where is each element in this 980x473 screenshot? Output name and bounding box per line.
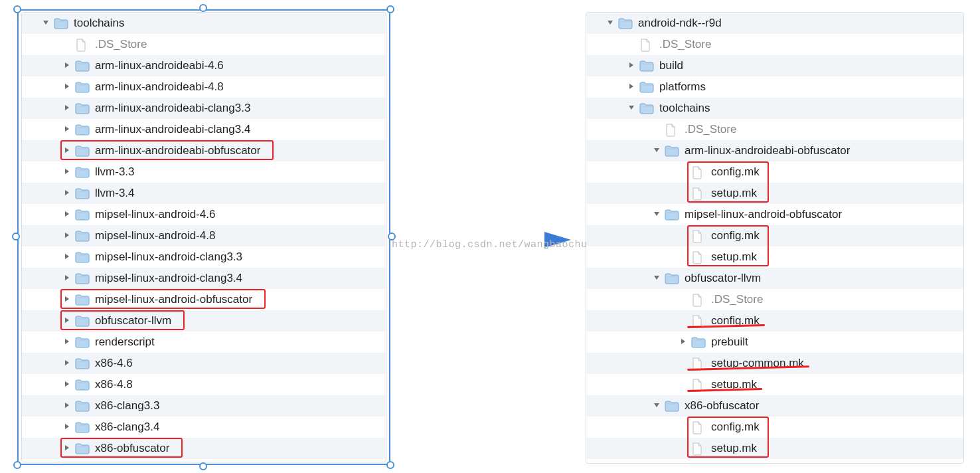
tree-folder[interactable]: toolchains <box>22 13 386 34</box>
tree-file[interactable]: config.mk <box>586 310 963 331</box>
svg-marker-7 <box>65 190 69 195</box>
tree-folder[interactable]: android-ndk--r9d <box>586 13 963 34</box>
tree-folder[interactable]: mipsel-linux-android-4.8 <box>22 225 386 246</box>
tree-folder[interactable]: llvm-3.4 <box>22 183 386 204</box>
tree-file[interactable]: setup.mk <box>586 246 963 268</box>
disclosure-triangle-icon[interactable] <box>63 104 72 113</box>
disclosure-triangle-icon[interactable] <box>63 380 72 389</box>
folder-icon <box>665 209 679 221</box>
tree-folder[interactable]: x86-clang3.3 <box>22 395 386 417</box>
tree-folder[interactable]: x86-obfuscator <box>586 395 963 417</box>
folder-icon <box>75 272 90 284</box>
disclosure-triangle-icon[interactable] <box>606 19 615 28</box>
tree-file[interactable]: setup.mk <box>586 438 963 459</box>
file-icon <box>691 294 706 306</box>
selection-handle[interactable] <box>386 461 394 469</box>
selection-handle[interactable] <box>386 5 394 13</box>
disclosure-triangle-icon[interactable] <box>63 423 72 432</box>
tree-folder[interactable]: x86-4.8 <box>22 374 386 395</box>
disclosure-triangle-icon[interactable] <box>627 61 637 70</box>
disclosure-triangle-icon[interactable] <box>627 104 637 113</box>
tree-folder[interactable]: mipsel-linux-android-obfuscator <box>586 204 963 225</box>
selection-handle[interactable] <box>199 4 207 12</box>
disclosure-triangle-icon[interactable] <box>63 274 72 283</box>
tree-folder[interactable]: obfuscator-llvm <box>586 268 963 289</box>
tree-file[interactable]: .DS_Store <box>586 289 963 310</box>
svg-marker-16 <box>65 381 69 387</box>
svg-marker-23 <box>629 106 634 110</box>
selection-handle[interactable] <box>388 233 396 240</box>
disclosure-triangle-icon[interactable] <box>627 82 637 92</box>
disclosure-triangle-icon[interactable] <box>63 444 72 453</box>
tree-file[interactable]: config.mk <box>586 161 963 183</box>
tree-file[interactable]: .DS_Store <box>22 34 386 55</box>
disclosure-triangle-icon[interactable] <box>63 316 72 326</box>
svg-marker-11 <box>65 275 69 280</box>
svg-marker-19 <box>65 445 69 450</box>
selection-handle[interactable] <box>199 462 207 470</box>
folder-icon <box>75 421 90 433</box>
disclosure-triangle-icon[interactable] <box>653 274 662 283</box>
disclosure-triangle-icon[interactable] <box>63 189 72 198</box>
tree-folder[interactable]: renderscript <box>22 331 386 353</box>
disclosure-triangle-icon[interactable] <box>653 146 662 155</box>
svg-marker-1 <box>65 62 69 68</box>
tree-file[interactable]: setup.mk <box>586 374 963 395</box>
tree-folder[interactable]: arm-linux-androideabi-4.6 <box>22 55 386 76</box>
disclosure-triangle-icon[interactable] <box>63 210 72 219</box>
tree-folder[interactable]: obfuscator-llvm <box>22 310 386 331</box>
disclosure-triangle-icon[interactable] <box>653 210 662 219</box>
tree-folder[interactable]: build <box>586 55 963 76</box>
tree-file[interactable]: config.mk <box>586 225 963 246</box>
tree-folder[interactable]: arm-linux-androideabi-clang3.4 <box>22 119 386 140</box>
tree-item-label: prebuilt <box>711 335 748 349</box>
disclosure-triangle-icon[interactable] <box>63 146 72 155</box>
disclosure-triangle-icon[interactable] <box>63 295 72 304</box>
tree-folder[interactable]: arm-linux-androideabi-obfuscator <box>22 140 386 161</box>
disclosure-triangle-icon[interactable] <box>63 359 72 368</box>
disclosure-triangle-icon[interactable] <box>679 337 689 347</box>
svg-marker-17 <box>65 403 69 408</box>
tree-folder[interactable]: mipsel-linux-android-4.6 <box>22 204 386 225</box>
svg-marker-26 <box>654 276 659 280</box>
tree-item-label: obfuscator-llvm <box>95 314 171 328</box>
selection-handle[interactable] <box>13 5 21 13</box>
selection-handle[interactable] <box>13 461 21 469</box>
disclosure-triangle-icon[interactable] <box>63 61 72 70</box>
tree-folder[interactable]: toolchains <box>586 98 963 119</box>
tree-file[interactable]: setup-common.mk <box>586 353 963 374</box>
tree-folder[interactable]: arm-linux-androideabi-4.8 <box>22 76 386 98</box>
tree-item-label: platforms <box>659 80 706 94</box>
folder-icon <box>75 209 90 221</box>
tree-folder[interactable]: llvm-3.3 <box>22 161 386 183</box>
disclosure-triangle-icon[interactable] <box>63 252 72 262</box>
disclosure-triangle-icon[interactable] <box>63 231 72 240</box>
tree-folder[interactable]: mipsel-linux-android-obfuscator <box>22 289 386 310</box>
tree-file[interactable]: .DS_Store <box>586 34 963 55</box>
disclosure-triangle-icon[interactable] <box>63 401 72 411</box>
tree-file[interactable]: .DS_Store <box>586 119 963 140</box>
folder-icon <box>75 379 90 391</box>
arrow-icon <box>412 230 571 250</box>
tree-folder[interactable]: x86-4.6 <box>22 353 386 374</box>
tree-folder[interactable]: arm-linux-androideabi-clang3.3 <box>22 98 386 119</box>
tree-folder[interactable]: arm-linux-androideabi-obfuscator <box>586 140 963 161</box>
disclosure-triangle-icon[interactable] <box>63 167 72 177</box>
folder-icon <box>75 357 90 369</box>
tree-folder[interactable]: mipsel-linux-android-clang3.3 <box>22 246 386 268</box>
disclosure-triangle-icon[interactable] <box>42 19 51 28</box>
tree-folder[interactable]: mipsel-linux-android-clang3.4 <box>22 268 386 289</box>
disclosure-triangle-icon[interactable] <box>653 401 662 411</box>
tree-item-label: arm-linux-androideabi-obfuscator <box>685 144 850 157</box>
tree-file[interactable]: setup.mk <box>586 183 963 204</box>
tree-folder[interactable]: prebuilt <box>586 331 963 353</box>
disclosure-triangle-icon[interactable] <box>63 337 72 347</box>
tree-folder[interactable]: platforms <box>586 76 963 98</box>
tree-folder[interactable]: x86-obfuscator <box>22 438 386 459</box>
tree-item-label: x86-obfuscator <box>685 399 759 413</box>
tree-file[interactable]: config.mk <box>586 417 963 438</box>
disclosure-triangle-icon[interactable] <box>63 82 72 92</box>
tree-folder[interactable]: x86-clang3.4 <box>22 417 386 438</box>
disclosure-triangle-icon[interactable] <box>63 125 72 134</box>
selection-handle[interactable] <box>12 233 20 240</box>
